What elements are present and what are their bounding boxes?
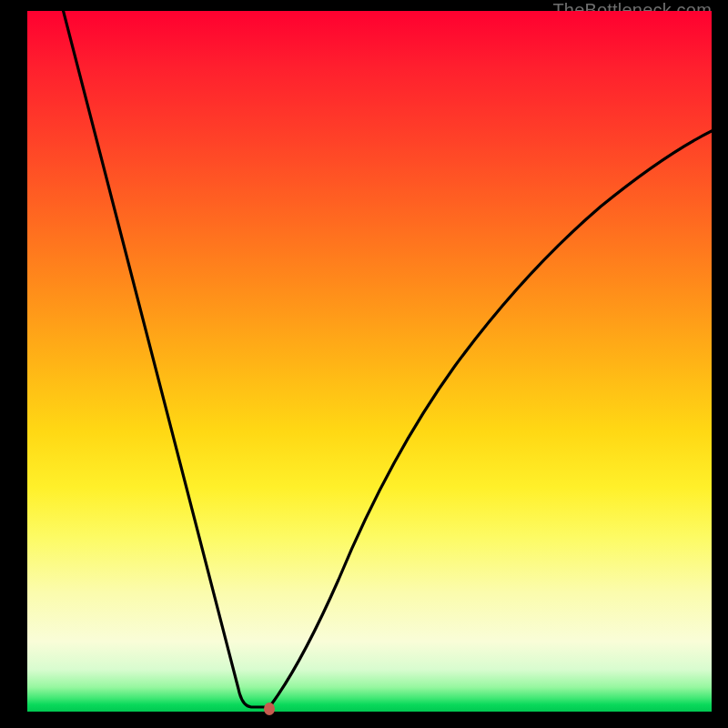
bottleneck-curve [27, 11, 712, 712]
chart-frame: TheBottleneck.com [0, 0, 728, 728]
minimum-point-dot [264, 703, 275, 715]
plot-area [27, 11, 712, 712]
